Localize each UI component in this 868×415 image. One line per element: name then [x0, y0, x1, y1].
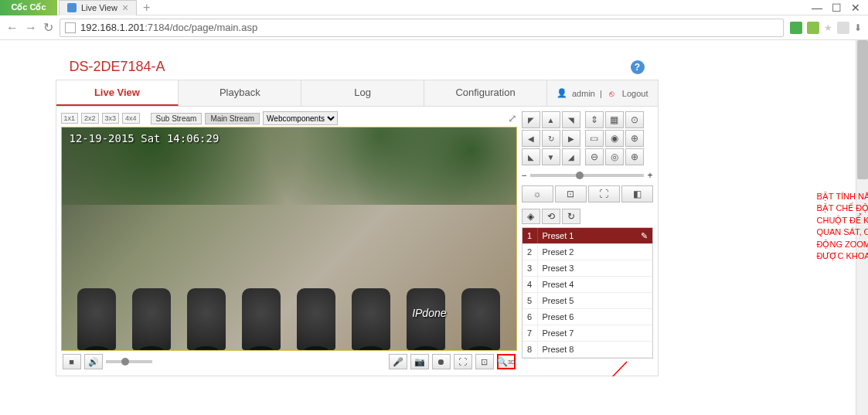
preset-row[interactable]: 7Preset 7	[523, 325, 652, 342]
video-bottom-toolbar: ■ 🔊 🎤 📷 ⏺ ⛶ ⊡ 🔍3D	[61, 352, 517, 371]
preset-row[interactable]: 2Preset 2	[523, 244, 652, 260]
ptz-dpad: ◤ ▲ ◥ ◀ ↻ ▶ ◣ ▼ ◢	[522, 111, 580, 165]
3d-label: 3D	[508, 359, 515, 365]
preset-number: 2	[523, 244, 538, 260]
preset-list[interactable]: 1Preset 1✎2Preset 23Preset 34Preset 45Pr…	[522, 227, 653, 359]
aux-a-button[interactable]: ⊖	[585, 148, 604, 165]
layout-4x4-button[interactable]: 4x4	[122, 113, 140, 124]
site-info-icon[interactable]	[65, 22, 76, 33]
browser-nav-bar: ← → ↻ 192.168.1.201:7184/doc/page/main.a…	[0, 15, 868, 40]
preset-row[interactable]: 3Preset 3	[523, 260, 652, 277]
preset-row[interactable]: 6Preset 6	[523, 309, 652, 325]
ptz-up[interactable]: ▲	[542, 111, 560, 128]
stop-button[interactable]: ■	[63, 354, 81, 369]
preset-number: 5	[523, 293, 538, 308]
wiper-button[interactable]: ⊡	[555, 185, 587, 202]
digital-zoom-button[interactable]: ⛶	[454, 354, 472, 369]
extension-icon[interactable]	[790, 22, 802, 34]
tab-configuration[interactable]: Configuration	[424, 80, 547, 106]
tab-playback[interactable]: Playback	[179, 80, 301, 106]
user-area: 👤 admin | ⎋ Logout	[547, 80, 657, 106]
ptz-right[interactable]: ▶	[562, 130, 580, 147]
tab-log[interactable]: Log	[301, 80, 424, 106]
ptz-auto[interactable]: ↻	[542, 130, 560, 147]
preset-tab-preset[interactable]: ◈	[522, 209, 540, 224]
record-button[interactable]: ⏺	[432, 354, 451, 369]
zoom-in-button[interactable]: ⇕	[585, 111, 604, 128]
username: admin	[572, 89, 595, 98]
layout-2x2-button[interactable]: 2x2	[81, 113, 99, 124]
preset-row[interactable]: 4Preset 4	[523, 277, 652, 293]
volume-slider[interactable]	[106, 360, 152, 363]
tab-close-icon[interactable]: ×	[122, 2, 128, 14]
focus-near-button[interactable]: ⊙	[625, 111, 644, 128]
content-area: 1x1 2x2 3x3 4x4 Sub Stream Main Stream W…	[56, 107, 659, 376]
focus-far-button[interactable]: ▭	[585, 130, 604, 147]
browser-tab[interactable]: Live View ×	[59, 0, 137, 15]
audio-button[interactable]: 🔊	[84, 354, 103, 369]
aux-b-button[interactable]: ◎	[605, 148, 624, 165]
scrollbar-thumb[interactable]	[857, 40, 868, 179]
preset-name: Preset 1	[538, 228, 637, 243]
snapshot-button[interactable]: 📷	[410, 354, 429, 369]
zoom-out-button[interactable]: ▦	[605, 111, 624, 128]
preset-name: Preset 7	[538, 325, 652, 341]
reload-button[interactable]: ↻	[43, 20, 53, 35]
video-timestamp: 12-19-2015 Sat 14:06:29	[70, 132, 220, 145]
light-button[interactable]: ☼	[522, 185, 553, 202]
aux-row: ☼ ⊡ ⛶ ◧	[522, 185, 653, 202]
main-stream-button[interactable]: Main Stream	[205, 113, 260, 124]
preset-edit-icon[interactable]: ✎	[637, 231, 652, 241]
video-toolbar: 1x1 2x2 3x3 4x4 Sub Stream Main Stream W…	[61, 111, 517, 125]
plugin-select[interactable]: Webcomponents	[263, 111, 338, 125]
help-icon[interactable]: ?	[631, 60, 645, 74]
iris-close-button[interactable]: ⊕	[625, 130, 644, 147]
address-bar[interactable]: 192.168.1.201:7184/doc/page/main.asp	[60, 19, 784, 37]
layout-1x1-button[interactable]: 1x1	[61, 113, 79, 124]
ptz-down-right[interactable]: ◢	[562, 148, 580, 165]
logout-link[interactable]: Logout	[622, 89, 648, 98]
preset-row[interactable]: 8Preset 8	[523, 342, 652, 358]
aux-c-button[interactable]: ⊕	[625, 148, 644, 165]
preset-number: 8	[523, 342, 538, 357]
window-controls: — ☐ ✕	[812, 2, 868, 14]
back-button[interactable]: ←	[6, 21, 19, 35]
speed-track[interactable]	[530, 174, 645, 177]
expand-icon[interactable]: ⤢	[508, 112, 517, 124]
close-window-button[interactable]: ✕	[851, 2, 860, 14]
iris-open-button[interactable]: ◉	[605, 130, 624, 147]
download-icon[interactable]: ⬇	[854, 22, 862, 33]
preset-tab-patrol[interactable]: ⟲	[542, 209, 560, 224]
ptz-down-left[interactable]: ◣	[522, 148, 540, 165]
extension-icon[interactable]	[807, 22, 819, 34]
bookmark-icon[interactable]: ★	[824, 22, 832, 33]
maximize-button[interactable]: ☐	[832, 2, 842, 14]
sub-stream-button[interactable]: Sub Stream	[151, 113, 203, 124]
ptz-up-left[interactable]: ◤	[522, 111, 540, 128]
preset-row[interactable]: 1Preset 1✎	[523, 228, 652, 244]
forward-button[interactable]: →	[25, 21, 37, 35]
ptz-down[interactable]: ▼	[542, 148, 560, 165]
preset-name: Preset 6	[538, 309, 652, 325]
user-menu-icon[interactable]	[837, 22, 849, 34]
aux-focus-button[interactable]: ⛶	[588, 185, 620, 202]
minimize-button[interactable]: —	[812, 2, 822, 14]
tab-live-view[interactable]: Live View	[56, 80, 179, 106]
tab-title: Live View	[81, 3, 117, 12]
3d-positioning-button[interactable]: 🔍3D	[497, 354, 516, 369]
ptz-speed-slider[interactable]: − +	[522, 170, 653, 181]
preset-tab-pattern[interactable]: ↻	[562, 209, 580, 224]
new-tab-button[interactable]: +	[137, 1, 156, 15]
url-path: :7184/doc/page/main.asp	[145, 22, 257, 33]
layout-3x3-button[interactable]: 3x3	[102, 113, 120, 124]
separator: |	[600, 89, 602, 98]
video-viewport[interactable]: 12-19-2015 Sat 14:06:29 IPdone	[61, 127, 517, 351]
region-focus-button[interactable]: ⊡	[475, 354, 494, 369]
user-icon: 👤	[557, 88, 567, 99]
speed-plus-icon: +	[647, 170, 652, 181]
mic-button[interactable]: 🎤	[389, 354, 407, 369]
ptz-up-right[interactable]: ◥	[562, 111, 580, 128]
preset-row[interactable]: 5Preset 5	[523, 293, 652, 309]
ptz-left[interactable]: ◀	[522, 130, 540, 147]
init-lens-button[interactable]: ◧	[621, 185, 653, 202]
